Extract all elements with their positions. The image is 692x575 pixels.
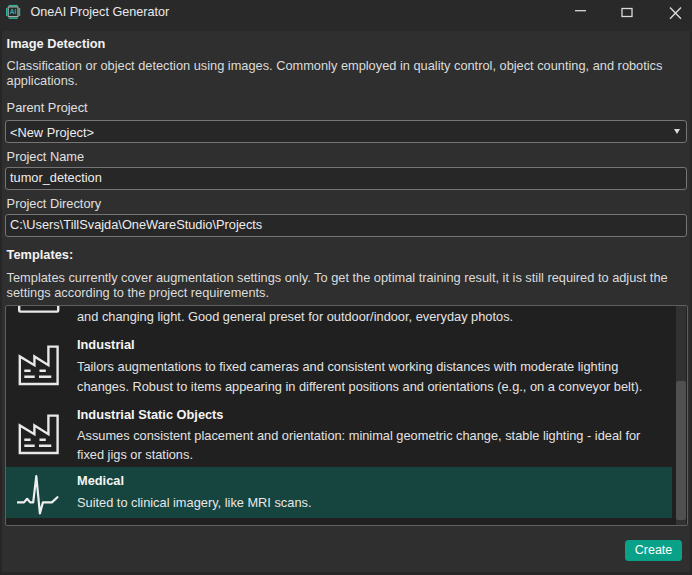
svg-text:AI: AI: [10, 8, 17, 15]
